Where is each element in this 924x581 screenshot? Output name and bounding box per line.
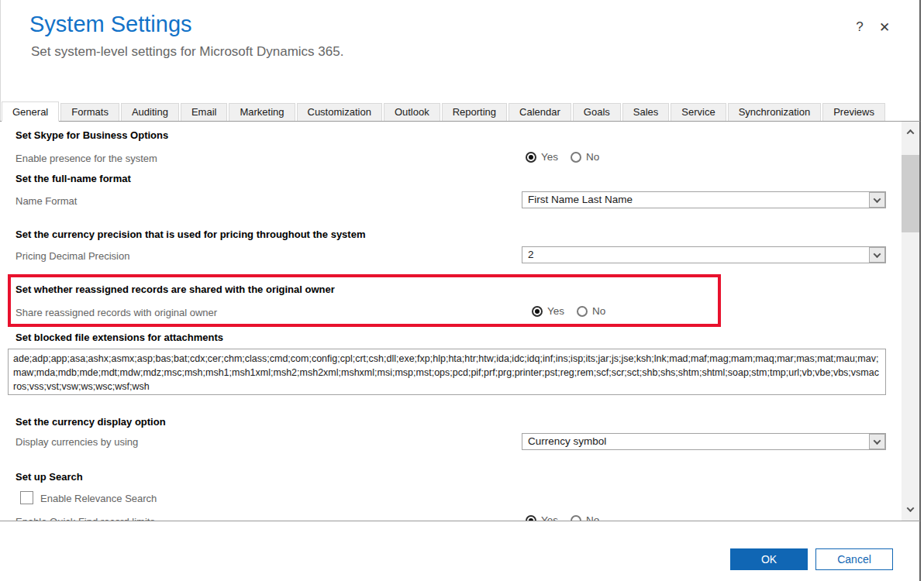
help-icon[interactable]: ? (851, 19, 868, 36)
chevron-down-icon[interactable] (869, 247, 885, 263)
tab-email[interactable]: Email (181, 103, 228, 121)
name-format-value: First Name Last Name (528, 194, 864, 205)
quickfind-yes-radio[interactable] (526, 515, 536, 521)
tab-formats[interactable]: Formats (60, 103, 119, 121)
reassigned-no-radio[interactable] (577, 306, 588, 317)
reassigned-yes-radio[interactable] (532, 306, 543, 317)
scroll-down-icon[interactable] (902, 502, 919, 516)
presence-no-radio[interactable] (571, 152, 581, 163)
presence-yes-radio[interactable] (526, 152, 536, 163)
name-format-select[interactable]: First Name Last Name (522, 191, 886, 208)
tab-synchronization[interactable]: Synchronization (728, 103, 822, 121)
relevance-search-checkbox[interactable] (20, 491, 33, 504)
window-right-border (919, 0, 921, 581)
quickfind-no-radio[interactable] (571, 515, 581, 521)
system-settings-dialog: System Settings Set system-level setting… (0, 0, 924, 581)
page-title: System Settings (29, 12, 192, 37)
vertical-scrollbar[interactable] (902, 122, 919, 521)
footer-divider (0, 521, 920, 521)
section-heading-search: Set up Search (16, 471, 83, 483)
highlight-annotation-box (8, 274, 721, 327)
presence-yes-label: Yes (541, 151, 558, 163)
pricing-precision-select[interactable]: 2 (522, 246, 886, 263)
currency-display-select[interactable]: Currency symbol (522, 433, 886, 450)
tab-customization[interactable]: Customization (297, 103, 382, 121)
tab-calendar[interactable]: Calendar (509, 103, 571, 121)
tab-marketing[interactable]: Marketing (229, 103, 295, 121)
quick-find-radio-group: Yes No (526, 514, 599, 521)
presence-no-label: No (586, 151, 599, 163)
blocked-extensions-textarea[interactable]: ade;adp;app;asa;ashx;asmx;asp;bas;bat;cd… (8, 349, 886, 395)
section-heading-fullname: Set the full-name format (16, 173, 131, 184)
tab-outlook[interactable]: Outlook (384, 103, 440, 121)
share-reassigned-radio-group: Yes No (532, 305, 605, 317)
close-icon[interactable]: ✕ (876, 19, 893, 36)
reassigned-yes-label: Yes (547, 305, 564, 317)
quickfind-no-label: No (586, 514, 599, 521)
quickfind-yes-label: Yes (541, 514, 558, 521)
chevron-down-icon[interactable] (869, 192, 885, 208)
section-heading-currency-display: Set the currency display option (16, 416, 166, 428)
share-reassigned-label: Share reassigned records with original o… (16, 307, 217, 318)
chevron-down-icon[interactable] (869, 434, 885, 449)
pricing-precision-value: 2 (528, 249, 864, 260)
tab-general[interactable]: General (2, 101, 59, 122)
ok-button[interactable]: OK (730, 548, 808, 570)
name-format-label: Name Format (16, 195, 77, 207)
pricing-precision-label: Pricing Decimal Precision (16, 250, 129, 262)
tab-goals[interactable]: Goals (573, 103, 621, 121)
section-heading-skype: Set Skype for Business Options (16, 129, 168, 141)
general-tab-panel: Set Skype for Business Options Enable pr… (0, 122, 899, 521)
relevance-search-label: Enable Relevance Search (40, 493, 157, 504)
tab-auditing[interactable]: Auditing (121, 103, 179, 121)
tab-bar: General Formats Auditing Email Marketing… (0, 101, 920, 122)
tab-previews[interactable]: Previews (822, 103, 885, 121)
section-heading-blocked-extensions: Set blocked file extensions for attachme… (16, 332, 223, 343)
display-currencies-label: Display currencies by using (16, 436, 138, 448)
scroll-up-icon[interactable] (902, 125, 919, 139)
page-subtitle: Set system-level settings for Microsoft … (31, 44, 343, 60)
currency-display-value: Currency symbol (528, 435, 864, 447)
section-heading-reassigned: Set whether reassigned records are share… (16, 284, 335, 295)
tab-sales[interactable]: Sales (622, 103, 670, 121)
tab-reporting[interactable]: Reporting (442, 103, 507, 121)
reassigned-no-label: No (592, 305, 605, 317)
enable-presence-radio-group: Yes No (526, 151, 599, 163)
scrollbar-thumb[interactable] (902, 155, 919, 232)
cancel-button[interactable]: Cancel (815, 548, 893, 570)
enable-presence-label: Enable presence for the system (16, 153, 157, 164)
tab-service[interactable]: Service (671, 103, 726, 121)
section-heading-precision: Set the currency precision that is used … (16, 229, 365, 240)
